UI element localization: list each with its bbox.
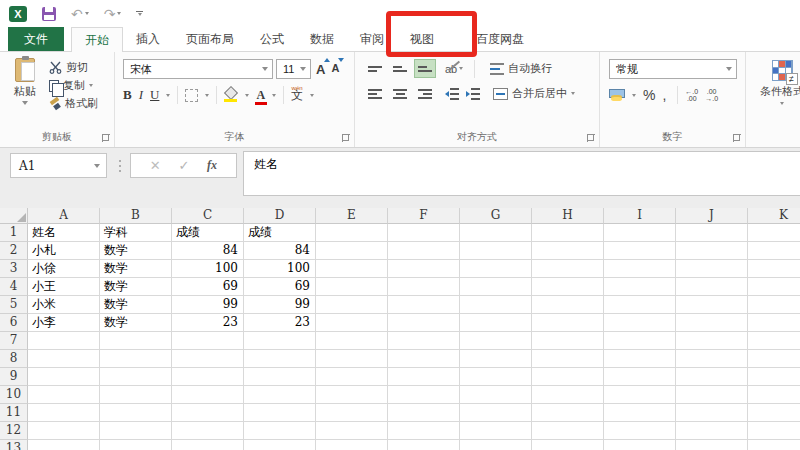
cell-H9[interactable] <box>532 368 604 386</box>
cell-D7[interactable] <box>244 332 316 350</box>
cell-B10[interactable] <box>100 386 172 404</box>
cell-D11[interactable] <box>244 404 316 422</box>
cell-H4[interactable] <box>532 278 604 296</box>
cell-F10[interactable] <box>388 386 460 404</box>
row-header-2[interactable]: 2 <box>0 242 28 260</box>
underline-button[interactable]: U <box>150 87 159 103</box>
name-box-dropdown-icon[interactable] <box>94 164 100 168</box>
cell-B1[interactable]: 学科 <box>100 224 172 242</box>
decrease-decimal-button[interactable]: .00→.0 <box>705 88 718 102</box>
cell-K3[interactable] <box>748 260 800 278</box>
column-header-A[interactable]: A <box>28 208 100 224</box>
row-header-9[interactable]: 9 <box>0 368 28 386</box>
cell-A11[interactable] <box>28 404 100 422</box>
orientation-button[interactable]: ab <box>445 63 463 75</box>
cell-B13[interactable] <box>100 440 172 450</box>
cell-I11[interactable] <box>604 404 676 422</box>
number-dialog-launcher[interactable] <box>733 134 741 142</box>
cell-F6[interactable] <box>388 314 460 332</box>
row-header-1[interactable]: 1 <box>0 224 28 242</box>
cell-I8[interactable] <box>604 350 676 368</box>
undo-dropdown-icon[interactable] <box>85 12 89 15</box>
cell-E11[interactable] <box>316 404 388 422</box>
cell-C5[interactable]: 99 <box>172 296 244 314</box>
cell-H3[interactable] <box>532 260 604 278</box>
cell-F3[interactable] <box>388 260 460 278</box>
conditional-dropdown-icon[interactable] <box>780 102 784 105</box>
cell-D4[interactable]: 69 <box>244 278 316 296</box>
cell-D5[interactable]: 99 <box>244 296 316 314</box>
cell-B8[interactable] <box>100 350 172 368</box>
cell-B2[interactable]: 数学 <box>100 242 172 260</box>
cell-K4[interactable] <box>748 278 800 296</box>
cell-J5[interactable] <box>676 296 748 314</box>
cell-D3[interactable]: 100 <box>244 260 316 278</box>
cell-F4[interactable] <box>388 278 460 296</box>
row-header-10[interactable]: 10 <box>0 386 28 404</box>
percent-style-button[interactable]: % <box>643 87 655 103</box>
cell-C7[interactable] <box>172 332 244 350</box>
cell-G8[interactable] <box>460 350 532 368</box>
grow-font-button[interactable]: A <box>316 62 325 77</box>
tab-insert[interactable]: 插入 <box>123 27 173 51</box>
cell-H8[interactable] <box>532 350 604 368</box>
cell-K7[interactable] <box>748 332 800 350</box>
cell-K12[interactable] <box>748 422 800 440</box>
cell-K9[interactable] <box>748 368 800 386</box>
font-color-button[interactable]: A <box>256 88 265 103</box>
cell-F7[interactable] <box>388 332 460 350</box>
cell-G2[interactable] <box>460 242 532 260</box>
cell-F9[interactable] <box>388 368 460 386</box>
conditional-formatting-button[interactable]: ≠ 条件格式 <box>758 60 800 105</box>
cell-C1[interactable]: 成绩 <box>172 224 244 242</box>
cell-G9[interactable] <box>460 368 532 386</box>
bold-button[interactable]: B <box>123 87 132 103</box>
cell-H7[interactable] <box>532 332 604 350</box>
cell-J9[interactable] <box>676 368 748 386</box>
cell-H10[interactable] <box>532 386 604 404</box>
cell-B5[interactable]: 数学 <box>100 296 172 314</box>
cell-I3[interactable] <box>604 260 676 278</box>
copy-button[interactable]: 复制 <box>49 78 98 93</box>
increase-indent-icon[interactable] <box>466 88 480 100</box>
cell-E1[interactable] <box>316 224 388 242</box>
cell-A10[interactable] <box>28 386 100 404</box>
cell-F2[interactable] <box>388 242 460 260</box>
cell-J1[interactable] <box>676 224 748 242</box>
wrap-text-button[interactable]: 自动换行 <box>490 61 552 76</box>
cell-C6[interactable]: 23 <box>172 314 244 332</box>
name-box[interactable]: A1 <box>10 153 107 178</box>
tab-data[interactable]: 数据 <box>297 27 347 51</box>
number-format-combo[interactable]: 常规 <box>609 59 737 79</box>
row-header-5[interactable]: 5 <box>0 296 28 314</box>
cell-G11[interactable] <box>460 404 532 422</box>
cell-A5[interactable]: 小米 <box>28 296 100 314</box>
format-painter-button[interactable]: 格式刷 <box>49 96 98 111</box>
row-header-12[interactable]: 12 <box>0 422 28 440</box>
orientation-dropdown-icon[interactable] <box>459 67 463 70</box>
column-header-G[interactable]: G <box>460 208 532 224</box>
cell-I12[interactable] <box>604 422 676 440</box>
font-name-combo[interactable]: 宋体 <box>123 59 273 79</box>
font-dialog-launcher[interactable] <box>342 134 350 142</box>
cell-E5[interactable] <box>316 296 388 314</box>
cell-J13[interactable] <box>676 440 748 450</box>
column-header-F[interactable]: F <box>388 208 460 224</box>
align-right-button[interactable] <box>414 84 436 103</box>
merge-center-button[interactable]: 合并后居中 <box>493 86 575 101</box>
column-header-E[interactable]: E <box>316 208 388 224</box>
cell-C11[interactable] <box>172 404 244 422</box>
cell-H2[interactable] <box>532 242 604 260</box>
cell-I1[interactable] <box>604 224 676 242</box>
alignment-dialog-launcher[interactable] <box>587 134 595 142</box>
cell-F13[interactable] <box>388 440 460 450</box>
cell-G7[interactable] <box>460 332 532 350</box>
cancel-icon[interactable]: ✕ <box>150 158 161 173</box>
row-header-7[interactable]: 7 <box>0 332 28 350</box>
cell-I10[interactable] <box>604 386 676 404</box>
cell-B9[interactable] <box>100 368 172 386</box>
cell-I5[interactable] <box>604 296 676 314</box>
insert-function-icon[interactable]: fx <box>207 158 217 173</box>
column-header-D[interactable]: D <box>244 208 316 224</box>
cell-E7[interactable] <box>316 332 388 350</box>
